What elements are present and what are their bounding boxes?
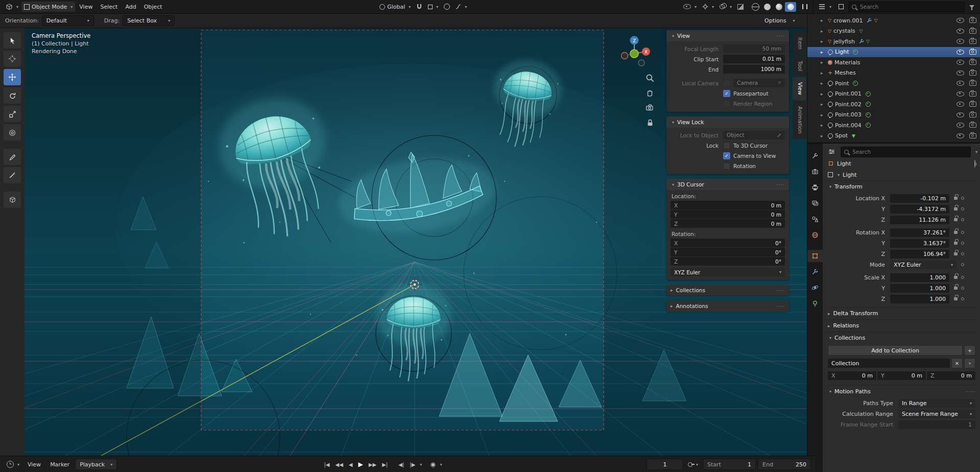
camera-icon[interactable] (969, 50, 976, 55)
remove-collection-button[interactable]: ✕ (951, 358, 963, 368)
viewport-render-pause-button[interactable] (800, 2, 810, 12)
tab-animation[interactable]: Animation (793, 101, 806, 139)
frame-back-button[interactable]: ◀| (396, 461, 407, 468)
animate-dot-icon[interactable] (961, 242, 964, 245)
panel-collections-collapsed[interactable]: ▸ Collections ···· (666, 285, 789, 296)
frame-forward-button[interactable]: |▶ (407, 461, 418, 468)
pin-icon[interactable] (974, 160, 975, 167)
tab-tool[interactable]: Tool (793, 56, 806, 76)
tool-transform[interactable]: ◎ (4, 124, 21, 140)
outliner-display-mode-button[interactable] (836, 2, 846, 12)
lock-icon[interactable] (954, 207, 958, 210)
collection-offset-y-field[interactable]: Y0 m (877, 371, 926, 380)
animate-dot-icon[interactable] (961, 197, 964, 200)
modifier-wrench-icon[interactable] (859, 39, 864, 44)
menu-view[interactable]: View (76, 2, 96, 12)
camera-icon[interactable] (969, 81, 976, 86)
rotation-z-field[interactable]: 106.94° (890, 250, 949, 258)
rotation-mode-dropdown[interactable]: XYZ Euler ▾ (890, 261, 957, 269)
chevron-down-icon[interactable]: ▾ (975, 150, 977, 154)
chevron-right-icon[interactable]: ▸ (821, 112, 828, 117)
eye-icon[interactable] (957, 133, 964, 138)
chevron-right-icon[interactable]: ▸ (821, 39, 828, 44)
panel-3d-cursor-header[interactable]: ▾ 3D Cursor ···· (666, 179, 789, 190)
lock-icon[interactable] (954, 218, 958, 221)
panel-collections-header[interactable]: ▾ Collections (826, 332, 977, 344)
editor-type-button[interactable]: ▾ (3, 2, 21, 12)
lock-icon[interactable] (954, 252, 958, 255)
new-collection-button[interactable]: + (964, 345, 975, 356)
render-region-checkbox[interactable] (723, 100, 730, 107)
eye-icon[interactable] (957, 91, 964, 97)
eye-icon[interactable] (957, 102, 964, 107)
close-icon[interactable]: ✕ (777, 79, 781, 87)
tool-move[interactable] (4, 69, 21, 85)
snap-target-dropdown[interactable]: ▾ (425, 2, 441, 12)
lock-icon[interactable] (954, 297, 958, 300)
chevron-right-icon[interactable]: ▸ (821, 50, 828, 55)
lock-rotation-checkbox[interactable] (723, 162, 730, 170)
breadcrumb-object-name[interactable]: Light (837, 160, 851, 167)
gizmo-neg-z-axis[interactable] (638, 60, 644, 66)
play-reverse-button[interactable]: ◀ (346, 461, 355, 468)
outliner-row-crystals[interactable]: ▸ ▽ crystals ▽ (807, 26, 980, 37)
scale-x-field[interactable]: 1.000 (890, 273, 949, 282)
outliner-row-spot[interactable]: ▸ Spot ▼ (807, 131, 980, 141)
chevron-right-icon[interactable]: ▸ (821, 102, 828, 107)
local-camera-field[interactable]: Camera ✕ (733, 79, 785, 87)
tab-view[interactable]: View (793, 77, 806, 100)
outliner-row-point[interactable]: ▸ Point (807, 78, 980, 89)
camera-icon[interactable] (969, 102, 976, 107)
outliner-row-meshes[interactable]: ▸ + Meshes (807, 68, 980, 79)
light-data-icon[interactable] (866, 112, 871, 117)
navigation-gizmo[interactable]: Z X (615, 32, 654, 71)
eye-icon[interactable] (957, 39, 964, 44)
calculation-range-dropdown[interactable]: Scene Frame Range ▾ (898, 410, 975, 418)
panel-view-header[interactable]: ▾ View ···· (666, 30, 789, 41)
overlays-dropdown[interactable]: ▾ (717, 2, 734, 12)
panel-relations-header[interactable]: ▸ Relations (826, 319, 977, 332)
chevron-right-icon[interactable]: ▸ (821, 18, 828, 23)
playback-dropdown[interactable]: Playback ▾ (75, 459, 117, 470)
panel-transform-header[interactable]: ▾ Transform (826, 180, 977, 193)
frame-start-field[interactable]: Start 1 (703, 459, 756, 470)
cursor-rotation-y-field[interactable]: Y0° (671, 248, 785, 256)
lock-icon[interactable] (954, 242, 958, 245)
tool-select-box[interactable] (4, 32, 21, 49)
cursor-rotation-order-dropdown[interactable]: XYZ Euler ▾ (671, 268, 785, 276)
camera-view-icon[interactable] (645, 103, 655, 113)
modifier-wrench-icon[interactable] (867, 18, 872, 23)
chevron-right-icon[interactable]: ▸ (821, 70, 828, 76)
panel-delta-transform-header[interactable]: ▸ Delta Transform (826, 307, 977, 319)
auto-keying-button[interactable]: ◉ (427, 460, 438, 469)
properties-editor-type-button[interactable] (826, 147, 838, 157)
tool-cursor[interactable] (4, 51, 21, 67)
paths-type-dropdown[interactable]: In Range ▾ (898, 399, 975, 408)
animate-dot-icon[interactable] (961, 231, 964, 234)
timeline-menu-marker[interactable]: Marker (46, 459, 73, 469)
eye-icon[interactable] (957, 50, 964, 55)
outliner-row-point-003[interactable]: ▸ Point.003 (807, 110, 980, 121)
proportional-falloff-dropdown[interactable]: ▾ (453, 2, 469, 12)
light-data-icon[interactable] (853, 81, 858, 86)
cursor-rotation-z-field[interactable]: Z0° (671, 257, 785, 266)
camera-icon[interactable] (969, 123, 976, 128)
outliner-search-input[interactable] (859, 3, 961, 10)
chevron-right-icon[interactable]: ▸ (821, 81, 828, 86)
lock-view-icon[interactable] (645, 117, 655, 128)
eye-icon[interactable] (957, 112, 964, 117)
collection-offset-x-field[interactable]: X0 m (828, 371, 876, 380)
current-frame-field[interactable]: 1 (647, 459, 683, 470)
outliner-row-jellyfish[interactable]: ▸ ▽ jellyfish ▽ (807, 36, 980, 47)
camera-icon[interactable] (969, 60, 976, 65)
tab-object-properties[interactable] (807, 250, 823, 262)
prev-keyframe-button[interactable]: ◀◀ (332, 461, 345, 468)
tab-render-properties[interactable] (807, 166, 823, 178)
chevron-right-icon[interactable]: ▸ (821, 29, 828, 34)
animate-dot-icon[interactable] (961, 207, 964, 210)
properties-search-input[interactable] (851, 148, 967, 155)
panel-motion-paths-header[interactable]: ▾ Motion Paths ···· (826, 385, 977, 397)
shading-material-button[interactable] (773, 2, 784, 12)
outliner-row-point-001[interactable]: ▸ Point.001 (807, 89, 980, 100)
frame-range-start-field[interactable]: 1 (898, 420, 975, 429)
